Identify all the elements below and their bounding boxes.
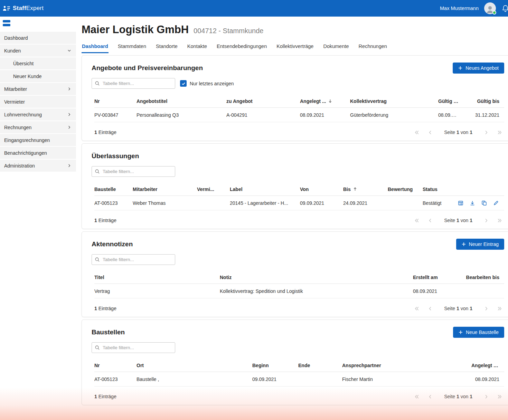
pagination-next-button[interactable]	[483, 218, 489, 223]
sidebar-item-rechnungen[interactable]: Rechnungen	[0, 121, 76, 133]
grid-view-button[interactable]	[458, 200, 463, 206]
column-header[interactable]: Ort	[137, 363, 252, 368]
pagination-first-button[interactable]	[414, 218, 420, 223]
column-header[interactable]: Nr	[94, 98, 137, 104]
status-dot	[492, 11, 496, 15]
sidebar-item-benachrichtigungen[interactable]: Benachrichtigungen	[0, 147, 76, 159]
chevron-right-icon	[67, 87, 71, 91]
pagination-first-button[interactable]	[414, 306, 420, 311]
table-filter-input[interactable]	[92, 166, 175, 177]
angebote-table: Nr Angebotstitel zu Angebot Angelegt ...…	[92, 95, 504, 122]
avatar[interactable]	[484, 2, 496, 14]
pagination-last-button[interactable]	[497, 394, 502, 399]
column-header[interactable]: Gültig bis	[463, 98, 504, 104]
table-header-row: Baustelle Mitarbeiter Vermi... Label Von…	[94, 183, 504, 196]
column-header[interactable]: zu Angebot	[226, 98, 300, 104]
column-header[interactable]: Gültig ab	[438, 98, 463, 104]
copy-button[interactable]	[481, 200, 487, 206]
chevron-right-icon	[67, 164, 71, 168]
pagination: Seite 1 von 1	[414, 218, 502, 223]
column-header[interactable]: Angebotstitel	[137, 98, 226, 104]
column-header[interactable]: Kollektivvertrag	[350, 98, 438, 104]
table-filter	[92, 254, 175, 265]
tab-kontakte[interactable]: Kontakte	[187, 42, 207, 53]
pagination-next-button[interactable]	[483, 130, 489, 135]
column-header[interactable]: Bearbeiten bis	[465, 275, 504, 280]
tab-dashboard[interactable]: Dashboard	[82, 42, 109, 53]
table-row[interactable]: PV-003847 Personalleasing Q3 A-004291 08…	[94, 108, 504, 122]
sidebar-collapse-icon[interactable]	[3, 20, 11, 26]
tab-dokumente[interactable]: Dokumente	[323, 42, 349, 53]
entries-count: 1Einträge	[94, 130, 116, 135]
tab-rechnungen[interactable]: Rechnungen	[358, 42, 387, 53]
pagination-prev-button[interactable]	[428, 218, 433, 223]
pagination-last-button[interactable]	[497, 130, 502, 135]
pagination-next-button[interactable]	[483, 394, 489, 399]
column-header-sorted[interactable]: Angelegt ...	[300, 98, 350, 104]
download-button[interactable]	[470, 200, 475, 206]
tab-entsendebedingungen[interactable]: Entsendebedingungen	[216, 42, 267, 53]
chevron-down-icon	[67, 49, 71, 52]
sidebar-item-mitarbeiter[interactable]: Mitarbeiter	[0, 83, 76, 95]
column-header[interactable]: Notiz	[220, 275, 413, 280]
column-header[interactable]: Ansprechpartner	[342, 363, 471, 368]
column-header[interactable]: Status	[423, 187, 504, 192]
column-header-sorted[interactable]: Bis	[343, 187, 388, 192]
column-header[interactable]: Bewertung	[388, 187, 423, 192]
table-filter-input[interactable]	[92, 78, 175, 89]
sidebar-item-dashboard[interactable]: Dashboard	[0, 32, 76, 44]
pagination-last-button[interactable]	[497, 218, 502, 223]
column-header[interactable]: Ende	[298, 363, 342, 368]
sidebar-item-uebersicht[interactable]: Übersicht	[0, 57, 76, 69]
card-title-angebote: Angebote und Preisvereinbarungen	[92, 64, 203, 72]
pagination-prev-button[interactable]	[428, 306, 433, 311]
app-brand[interactable]: StaffExpert	[3, 5, 44, 12]
column-header[interactable]: Vermi...	[197, 187, 230, 192]
table-filter	[92, 78, 175, 89]
card-ueberlassungen: Überlassungen Baustelle Mitarbeiter Verm…	[82, 143, 508, 229]
search-icon	[95, 345, 100, 350]
new-baustelle-button[interactable]: Neue Baustelle	[453, 327, 504, 338]
page-subtitle: 004712 - Stammkunde	[194, 27, 263, 35]
column-header[interactable]: Titel	[94, 275, 220, 280]
sidebar-item-eingangsrechnungen[interactable]: Eingangsrechnungen	[0, 134, 76, 146]
notifications-bell-icon[interactable]	[501, 4, 508, 12]
sidebar-item-vermieter[interactable]: Vermieter	[0, 96, 76, 108]
tab-standorte[interactable]: Standorte	[156, 42, 178, 53]
edit-button[interactable]	[493, 200, 499, 206]
table-header-row: Titel Notiz Erstellt am Bearbeiten bis	[94, 271, 504, 284]
column-header[interactable]: Erstellt am	[413, 275, 465, 280]
pagination-last-button[interactable]	[497, 306, 502, 311]
column-header[interactable]: Beginn	[252, 363, 298, 368]
pagination-first-button[interactable]	[414, 394, 420, 399]
sidebar-item-neuer-kunde[interactable]: Neuer Kunde	[0, 70, 76, 82]
table-filter-input[interactable]	[92, 254, 175, 265]
new-eintrag-button[interactable]: Neuer Eintrag	[456, 239, 504, 250]
column-header[interactable]: Nr	[94, 363, 137, 368]
tab-stammdaten[interactable]: Stammdaten	[117, 42, 147, 53]
table-row[interactable]: AT-005123 Weber Thomas 20145 - Lagerarbe…	[94, 196, 504, 210]
sidebar-item-lohnverrechnung[interactable]: Lohnverrechnung	[0, 108, 76, 121]
table-row[interactable]: AT-005123 Baustelle , 09.09.2021 Fischer…	[94, 372, 504, 386]
column-header[interactable]: Von	[300, 187, 343, 192]
column-header[interactable]: Mitarbeiter	[133, 187, 197, 192]
column-header[interactable]: Angelegt am	[471, 363, 504, 368]
pagination-prev-button[interactable]	[428, 394, 433, 399]
table-filter-input[interactable]	[92, 342, 175, 353]
column-header[interactable]: Label	[230, 187, 300, 192]
sidebar-item-administration[interactable]: Administration	[0, 160, 76, 172]
chevron-right-icon	[67, 113, 71, 116]
pagination-prev-button[interactable]	[428, 130, 433, 135]
ueberlassungen-table: Baustelle Mitarbeiter Vermi... Label Von…	[92, 183, 504, 210]
column-header[interactable]: Baustelle	[94, 187, 133, 192]
pagination-next-button[interactable]	[483, 306, 489, 311]
nur-letztes-checkbox[interactable]	[180, 80, 187, 87]
new-angebot-button[interactable]: Neues Angebot	[453, 63, 504, 74]
table-row[interactable]: Vertrag Kollektivvertrag: Spedition und …	[94, 284, 504, 298]
table-filter	[92, 166, 175, 177]
card-title-baustellen: Baustellen	[92, 328, 125, 336]
sidebar-item-kunden[interactable]: Kunden	[0, 45, 76, 57]
tab-kollektivvertraege[interactable]: Kollektivverträge	[276, 42, 314, 53]
pagination-first-button[interactable]	[414, 130, 420, 135]
card-aktennotizen: Aktennotizen Neuer Eintrag Titel N	[82, 231, 508, 317]
